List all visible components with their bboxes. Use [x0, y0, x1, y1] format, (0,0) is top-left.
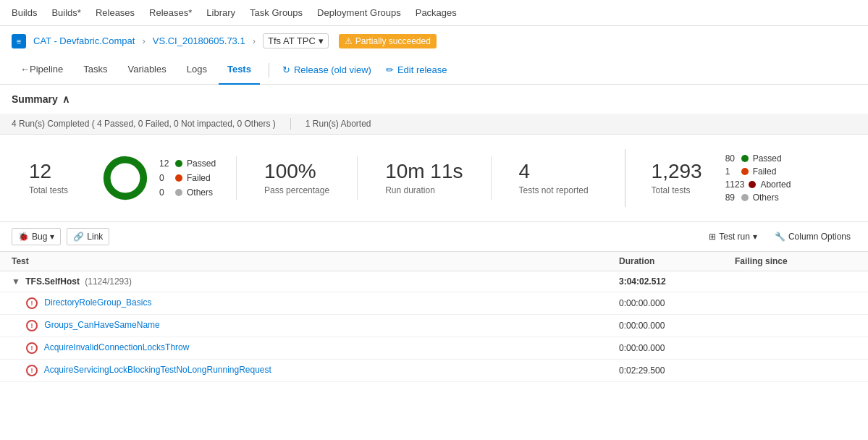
right-legend-aborted: 1123 Aborted — [725, 179, 791, 190]
table-row: ! DirectoryRoleGroup_Basics 0:00:00.000 — [0, 292, 868, 315]
edit-release-link[interactable]: ✏ Edit release — [379, 64, 455, 75]
tab-pipeline[interactable]: ← Pipeline — [12, 56, 72, 85]
collapse-icon[interactable]: ▼ — [12, 276, 20, 287]
passed-dot — [175, 160, 182, 167]
test-name-0[interactable]: DirectoryRoleGroup_Basics — [44, 297, 151, 308]
summary-header[interactable]: Summary ∧ — [0, 85, 868, 114]
left-stats-text: 4 Run(s) Completed ( 4 Passed, 0 Failed,… — [12, 119, 276, 129]
legend-others-count: 0 — [159, 187, 171, 198]
group-count: (1124/1293) — [85, 276, 132, 287]
test-status-icon-3: ! — [26, 365, 38, 376]
status-badge: ⚠ Partially succeeded — [339, 34, 437, 48]
toolbar-right: ⊞ Test run ▾ 🔧 Column Options — [703, 229, 856, 245]
tests-not-reported-number: 4 — [519, 161, 531, 183]
warning-icon: ⚠ — [345, 36, 353, 46]
total-tests-right-block: 1,293 Total tests — [640, 161, 714, 196]
right-legend-others: 89 Others — [725, 192, 791, 203]
donut-legend: 12 Passed 0 Failed 0 Others — [159, 158, 216, 198]
nav-divider — [269, 63, 269, 77]
right-failed-dot — [741, 168, 749, 175]
tests-not-reported-block: 4 Tests not reported — [497, 161, 610, 196]
test-run-button[interactable]: ⊞ Test run ▾ — [703, 229, 763, 245]
right-aborted-count: 1123 — [725, 179, 745, 190]
test-table: Test Duration Failing since ▼ TFS.SelfHo… — [0, 252, 868, 382]
table-row: ! AcquireServicingLockBlockingTestNoLong… — [0, 360, 868, 382]
release-old-view-link[interactable]: ↻ Release (old view) — [275, 64, 379, 75]
legend-others-label: Others — [187, 187, 213, 198]
svg-point-0 — [107, 160, 144, 197]
stats-area: 12 Total tests 12 Passed 0 Failed 0 Othe — [0, 135, 868, 222]
test-status-icon-0: ! — [26, 297, 38, 309]
legend-failed-count: 0 — [159, 173, 171, 183]
test-name-2[interactable]: AcquireInvalidConnectionLocksThrow — [44, 342, 190, 352]
test-name-3[interactable]: AcquireServicingLockBlockingTestNoLongRu… — [44, 365, 271, 375]
bug-dropdown-icon: ▾ — [50, 232, 54, 242]
nav-task-groups[interactable]: Task Groups — [250, 7, 303, 18]
refresh-icon: ↻ — [282, 64, 290, 75]
nav-builds[interactable]: Builds — [12, 7, 37, 18]
breadcrumb-stage-label: Tfs AT TPC — [268, 35, 316, 46]
column-options-label: Column Options — [788, 232, 851, 242]
run-duration-block: 10m 11s Run duration — [363, 161, 484, 196]
pass-pct-number: 100% — [264, 161, 316, 183]
column-options-button[interactable]: 🔧 Column Options — [769, 229, 856, 245]
tests-not-reported-label: Tests not reported — [519, 185, 589, 195]
back-icon: ← — [20, 64, 30, 75]
right-failed-count: 1 — [725, 166, 737, 177]
nav-library[interactable]: Library — [206, 7, 235, 18]
tab-tasks[interactable]: Tasks — [75, 56, 116, 85]
table-row: ! AcquireInvalidConnectionLocksThrow 0:0… — [0, 337, 868, 360]
edit-icon: ✏ — [386, 64, 394, 75]
breadcrumb-project[interactable]: CAT - Devfabric.Compat — [33, 35, 135, 46]
nav-releases[interactable]: Releases — [96, 7, 135, 18]
collapse-icon: ∧ — [62, 93, 69, 105]
right-legend: 80 Passed 1 Failed 1123 Aborted 89 Other… — [725, 153, 791, 203]
legend-passed: 12 Passed — [159, 158, 216, 169]
donut-area: 12 Passed 0 Failed 0 Others — [85, 153, 230, 203]
right-failed-label: Failed — [753, 166, 777, 177]
breadcrumb-pipeline[interactable]: VS.CI_20180605.73.1 — [153, 35, 245, 46]
bug-button[interactable]: 🐞 Bug ▾ — [12, 228, 61, 245]
tab-variables[interactable]: Variables — [119, 56, 175, 85]
summary-title: Summary — [12, 93, 58, 105]
tab-tests[interactable]: Tests — [219, 56, 260, 85]
test-status-icon-1: ! — [26, 320, 38, 331]
col-header-failing-since: Failing since — [723, 252, 868, 271]
project-icon: ≡ — [12, 34, 26, 48]
test-cell-3: ! AcquireServicingLockBlockingTestNoLong… — [0, 360, 607, 382]
nav-deployment-groups[interactable]: Deployment Groups — [317, 7, 401, 18]
table-group-row: ▼ TFS.SelfHost (1124/1293) 3:04:02.512 — [0, 271, 868, 292]
link-button[interactable]: 🔗 Link — [67, 228, 109, 245]
legend-passed-label: Passed — [187, 158, 216, 169]
legend-failed-label: Failed — [187, 173, 211, 183]
stat-divider-1 — [236, 156, 237, 200]
top-navigation: Builds Builds* Releases Releases* Librar… — [0, 0, 868, 26]
breadcrumb-sep-1: › — [142, 35, 145, 46]
test-name-1[interactable]: Groups_CanHaveSameName — [44, 320, 159, 330]
run-duration-label: Run duration — [385, 185, 435, 195]
pass-pct-label: Pass percentage — [264, 185, 329, 195]
test-duration-1: 0:00:00.000 — [607, 315, 723, 337]
right-others-count: 89 — [725, 192, 737, 203]
status-badge-text: Partially succeeded — [355, 36, 431, 46]
sub-navigation: ← Pipeline Tasks Variables Logs Tests ↻ … — [0, 56, 868, 85]
test-run-dropdown-icon: ▾ — [753, 232, 757, 242]
test-cell-0: ! DirectoryRoleGroup_Basics — [0, 292, 607, 315]
right-legend-passed: 80 Passed — [725, 153, 791, 164]
group-duration: 3:04:02.512 — [607, 271, 723, 292]
stats-bar: 4 Run(s) Completed ( 4 Passed, 0 Failed,… — [0, 114, 868, 135]
total-tests-left-block: 12 Total tests — [12, 161, 85, 196]
tab-logs[interactable]: Logs — [178, 56, 216, 85]
nav-builds-star[interactable]: Builds* — [51, 7, 80, 18]
total-tests-left-label: Total tests — [29, 185, 68, 195]
nav-packages[interactable]: Packages — [416, 7, 457, 18]
group-cell: ▼ TFS.SelfHost (1124/1293) — [0, 271, 607, 292]
bug-icon: 🐞 — [18, 232, 29, 242]
right-passed-dot — [741, 155, 749, 162]
test-cell-2: ! AcquireInvalidConnectionLocksThrow — [0, 337, 607, 360]
right-aborted-dot — [749, 181, 756, 188]
right-legend-failed: 1 Failed — [725, 166, 791, 177]
breadcrumb-stage[interactable]: Tfs AT TPC ▾ — [263, 33, 329, 48]
nav-releases-star[interactable]: Releases* — [149, 7, 192, 18]
bug-label: Bug — [32, 232, 47, 242]
